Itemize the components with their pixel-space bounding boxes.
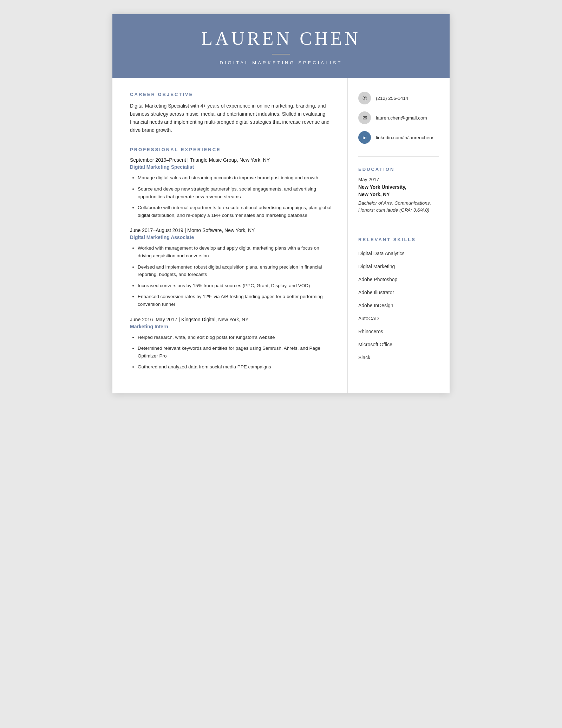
skill-item: Adobe Illustrator (358, 286, 439, 299)
list-item: Helped research, write, and edit blog po… (138, 334, 332, 341)
skill-item: Adobe InDesign (358, 299, 439, 312)
resume-header: LAUREN CHEN DIGITAL MARKETING SPECIALIST (112, 14, 450, 78)
job-2-title: Digital Marketing Associate (130, 234, 332, 240)
right-divider-2 (358, 227, 439, 227)
job-2: June 2017–August 2019 | Momo Software, N… (130, 227, 332, 308)
edu-school: New York University,New York, NY (358, 183, 439, 198)
list-item: Collaborate with internal departments to… (138, 204, 332, 219)
job-3: June 2016–May 2017 | Kingston Digital, N… (130, 317, 332, 371)
header-divider (272, 54, 290, 54)
contact-section: ✆ (212) 256-1414 ✉ lauren.chen@gmail.com… (358, 92, 439, 144)
linkedin-icon: in (358, 131, 371, 144)
right-column: ✆ (212) 256-1414 ✉ lauren.chen@gmail.com… (348, 78, 450, 393)
email-text: lauren.chen@gmail.com (376, 115, 427, 121)
list-item: Gathered and analyzed data from social m… (138, 363, 332, 371)
job-3-header: June 2016–May 2017 | Kingston Digital, N… (130, 317, 332, 322)
phone-text: (212) 256-1414 (376, 96, 408, 101)
email-contact-item: ✉ lauren.chen@gmail.com (358, 111, 439, 124)
edu-date: May 2017 (358, 177, 439, 182)
job-1-title: Digital Marketing Specialist (130, 164, 332, 170)
job-3-bullets: Helped research, write, and edit blog po… (130, 334, 332, 371)
skill-item: AutoCAD (358, 312, 439, 325)
edu-degree: Bachelor of Arts, Communications, Honors… (358, 200, 439, 214)
phone-contact-item: ✆ (212) 256-1414 (358, 92, 439, 104)
linkedin-contact-item: in linkedin.com/in/laurenchen/ (358, 131, 439, 144)
list-item: Determined relevant keywords and entitie… (138, 344, 332, 360)
skill-item: Digital Data Analytics (358, 247, 439, 260)
experience-title: PROFESSIONAL EXPERIENCE (130, 147, 332, 152)
list-item: Source and develop new strategic partner… (138, 185, 332, 200)
job-3-title: Marketing Intern (130, 324, 332, 329)
candidate-title: DIGITAL MARKETING SPECIALIST (133, 60, 429, 65)
career-objective-text: Digital Marketing Specialist with 4+ yea… (130, 102, 332, 134)
list-item: Devised and implemented robust digital a… (138, 263, 332, 278)
left-column: CAREER OBJECTIVE Digital Marketing Speci… (112, 78, 348, 393)
skills-section: RELEVANT SKILLS Digital Data Analytics D… (358, 237, 439, 364)
job-1-header: September 2019–Present | Triangle Music … (130, 157, 332, 163)
skill-item: Slack (358, 351, 439, 364)
skills-title: RELEVANT SKILLS (358, 237, 439, 242)
list-item: Manage digital sales and streaming accou… (138, 174, 332, 182)
list-item: Increased conversions by 15% from paid s… (138, 282, 332, 290)
resume-body: CAREER OBJECTIVE Digital Marketing Speci… (112, 78, 450, 393)
experience-section: PROFESSIONAL EXPERIENCE September 2019–P… (130, 147, 332, 371)
list-item: Worked with management to develop and ap… (138, 244, 332, 259)
phone-icon: ✆ (358, 92, 371, 104)
career-objective-section: CAREER OBJECTIVE Digital Marketing Speci… (130, 92, 332, 134)
skill-item: Microsoft Office (358, 338, 439, 351)
education-title: EDUCATION (358, 167, 439, 172)
career-objective-title: CAREER OBJECTIVE (130, 92, 332, 97)
candidate-name: LAUREN CHEN (133, 28, 429, 49)
job-2-header: June 2017–August 2019 | Momo Software, N… (130, 227, 332, 233)
job-1: September 2019–Present | Triangle Music … (130, 157, 332, 219)
skill-item: Rhinoceros (358, 325, 439, 338)
job-2-bullets: Worked with management to develop and ap… (130, 244, 332, 308)
skill-item: Digital Marketing (358, 260, 439, 273)
list-item: Enhanced conversion rates by 12% via A/B… (138, 293, 332, 308)
email-icon: ✉ (358, 111, 371, 124)
linkedin-text: linkedin.com/in/laurenchen/ (376, 135, 433, 140)
resume-document: LAUREN CHEN DIGITAL MARKETING SPECIALIST… (112, 14, 450, 393)
education-section: EDUCATION May 2017 New York University,N… (358, 167, 439, 214)
skill-item: Adobe Photoshop (358, 273, 439, 286)
right-divider-1 (358, 156, 439, 157)
job-1-bullets: Manage digital sales and streaming accou… (130, 174, 332, 219)
